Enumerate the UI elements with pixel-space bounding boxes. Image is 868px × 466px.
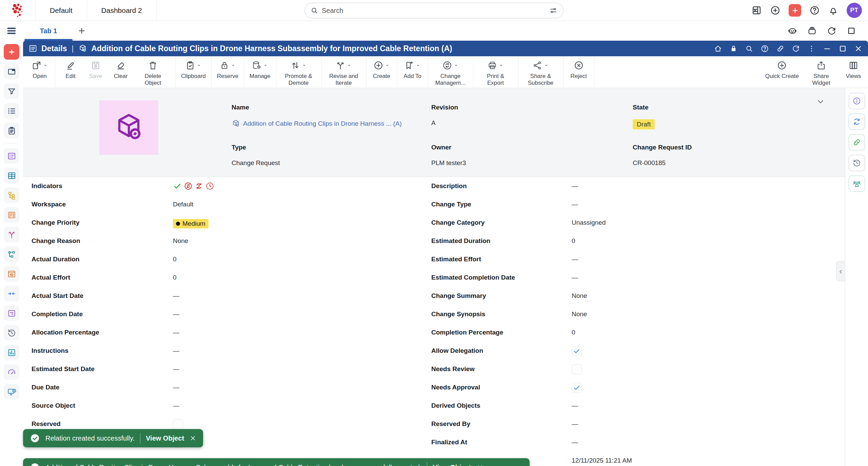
- change-managem-button[interactable]: Change Managem...: [431, 56, 470, 88]
- window-title-bar: Details | Addition of Cable Routing Clip…: [23, 41, 868, 56]
- maximize-icon[interactable]: [839, 44, 847, 53]
- workspace-tab-default[interactable]: Default: [36, 0, 87, 21]
- home-icon[interactable]: [714, 44, 722, 53]
- sidebar-item-history-icon[interactable]: [4, 325, 19, 341]
- minimize-icon[interactable]: [823, 44, 831, 53]
- stop-icon[interactable]: [846, 26, 856, 36]
- button-label: Quick Create: [765, 73, 799, 80]
- promote-demote-button[interactable]: Promote & Demote: [279, 56, 318, 88]
- item-thumbnail[interactable]: [99, 100, 158, 155]
- search-input[interactable]: [322, 7, 546, 15]
- close-icon[interactable]: [854, 44, 863, 53]
- sidebar-item-gauge-icon[interactable]: [4, 364, 19, 380]
- share-widget-button[interactable]: Share Widget: [802, 56, 841, 88]
- assistant-bot-icon[interactable]: [787, 26, 797, 36]
- property-value: 0: [572, 328, 575, 336]
- more-vertical-icon[interactable]: [807, 44, 816, 53]
- sidebar-item-branch-icon[interactable]: [4, 227, 19, 242]
- panel-team-icon[interactable]: [849, 176, 865, 192]
- property-label: Estimated Duration: [431, 237, 572, 245]
- sidebar-item-nodes-icon[interactable]: [4, 246, 19, 262]
- add-tab-button[interactable]: [74, 21, 90, 41]
- toolbar-group: Create: [367, 56, 397, 88]
- summary-panel: NameAddition of Cable Routing Clips in D…: [23, 88, 845, 177]
- views-button[interactable]: Views: [841, 56, 866, 88]
- view-tab-bar: Tab 1: [0, 21, 868, 41]
- manage-button[interactable]: Manage: [247, 56, 273, 88]
- quick-create-button[interactable]: Quick Create: [763, 56, 802, 88]
- button-label: Print & Export: [479, 73, 513, 86]
- export-grid-icon[interactable]: [751, 5, 762, 16]
- add-circle-icon[interactable]: [770, 5, 781, 16]
- link-icon[interactable]: [776, 44, 785, 53]
- property-label: Change Reason: [32, 237, 173, 245]
- create-button[interactable]: Create: [369, 56, 394, 88]
- checkbox-checked[interactable]: [572, 383, 582, 393]
- summary-field-revision: RevisionA: [431, 104, 633, 129]
- help-icon[interactable]: [809, 5, 820, 16]
- checkbox-unchecked[interactable]: [572, 364, 582, 374]
- check-circle-icon: [30, 462, 40, 466]
- sidebar-item-tree-icon[interactable]: [4, 187, 19, 203]
- notifications-icon[interactable]: [828, 5, 839, 16]
- app-logo-icon[interactable]: [0, 0, 35, 21]
- sidebar-item-filter-icon[interactable]: [4, 83, 19, 99]
- clipboard-button[interactable]: Clipboard: [178, 56, 209, 88]
- sidebar-item-bar-chart-icon[interactable]: [4, 345, 19, 360]
- sidebar-item-form-icon[interactable]: [4, 148, 19, 164]
- panel-link-icon[interactable]: [849, 134, 865, 150]
- search-icon[interactable]: [745, 44, 753, 53]
- property-value: —: [173, 291, 179, 300]
- panel-info-icon[interactable]: [849, 93, 865, 109]
- sidebar-item-clipboard-icon[interactable]: [4, 123, 19, 138]
- sidebar-item-quick-create-icon[interactable]: [4, 44, 19, 60]
- panel-history-icon[interactable]: [849, 155, 865, 171]
- property-label: Completion Date: [32, 310, 173, 318]
- checkbox-unchecked[interactable]: [173, 419, 183, 429]
- tab-tab-1[interactable]: Tab 1: [23, 21, 74, 41]
- chevron-small-icon: [196, 63, 202, 68]
- chevron-down-icon[interactable]: [816, 97, 825, 106]
- print-export-button[interactable]: Print & Export: [476, 56, 515, 88]
- quick-add-icon[interactable]: [789, 4, 801, 17]
- help-icon[interactable]: [761, 44, 769, 53]
- revise-and-iterate-button[interactable]: Revise and Iterate: [324, 56, 363, 88]
- refresh-icon[interactable]: [827, 26, 837, 36]
- user-avatar[interactable]: PT: [847, 3, 862, 18]
- sidebar-item-window-icon[interactable]: [4, 64, 19, 79]
- add-to-button[interactable]: Add To: [400, 56, 425, 88]
- reserve-button[interactable]: Reserve: [214, 56, 241, 88]
- delete-object-button[interactable]: Delete Object: [133, 56, 173, 88]
- open-button[interactable]: Open: [27, 56, 52, 88]
- reload-icon[interactable]: [792, 44, 800, 53]
- edit-button[interactable]: Edit: [58, 56, 83, 88]
- lock-icon[interactable]: [729, 44, 738, 53]
- close-icon[interactable]: [190, 435, 196, 442]
- clear-button[interactable]: Clear: [108, 56, 133, 88]
- sidebar-item-monitor-sync-icon[interactable]: [4, 384, 19, 400]
- view-object-button[interactable]: View Object: [146, 434, 184, 442]
- share-subscribe-button[interactable]: Share & Subscribe: [521, 56, 560, 88]
- toast-notification: Addition of Cable Routing Clips in Drone…: [23, 458, 530, 466]
- toolbar-group: Revise and Iterate: [321, 56, 367, 88]
- sidebar-item-converge-icon[interactable]: [4, 286, 19, 301]
- sidebar-item-form-lines-icon[interactable]: [4, 305, 19, 321]
- sidebar-item-table-icon[interactable]: [4, 168, 19, 183]
- button-label: Edit: [65, 73, 75, 80]
- reject-button[interactable]: Reject: [566, 56, 591, 88]
- sidebar-item-kanban-icon[interactable]: [4, 207, 19, 223]
- view-object-button[interactable]: View Object: [433, 464, 471, 466]
- card-stack-icon[interactable]: [807, 26, 817, 36]
- search-settings-icon[interactable]: [549, 6, 558, 15]
- item-link[interactable]: Addition of Cable Routing Clips in Drone…: [232, 119, 402, 128]
- property-label: Reserved By: [431, 420, 572, 428]
- sidebar-item-preview-icon[interactable]: [4, 266, 19, 282]
- sidebar-item-list-icon[interactable]: [4, 103, 19, 119]
- checkbox-checked[interactable]: [572, 346, 582, 356]
- menu-icon[interactable]: [0, 21, 23, 41]
- property-row-change-summary: Change SummaryNone: [431, 291, 845, 310]
- close-icon[interactable]: [477, 464, 484, 466]
- panel-sync-icon[interactable]: [849, 114, 865, 130]
- workspace-tab-dashboard-2[interactable]: Dashboard 2: [87, 0, 156, 21]
- collapse-panel-handle[interactable]: ‹: [836, 261, 845, 281]
